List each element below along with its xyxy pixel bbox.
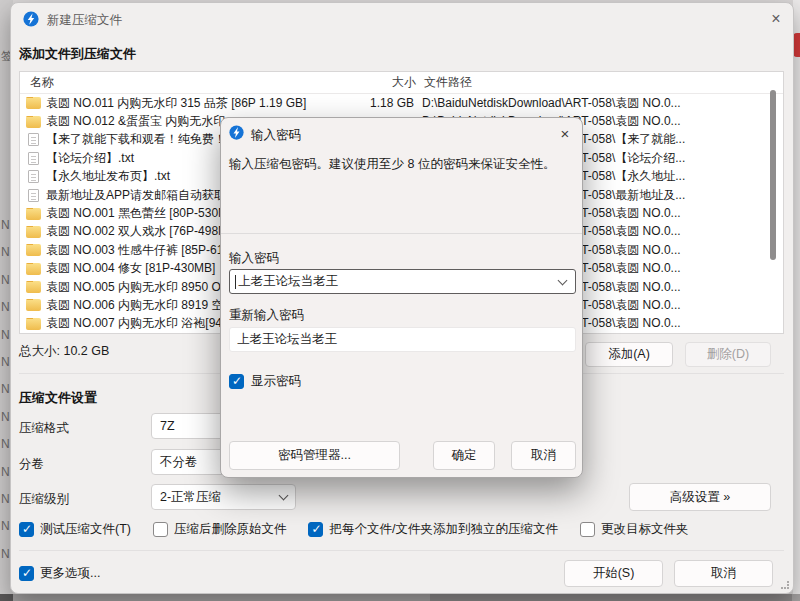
option-checkbox[interactable]: 更改目标文件夹 bbox=[580, 521, 689, 538]
background-text: N bbox=[1, 492, 10, 506]
delete-button[interactable]: 删除(D) bbox=[685, 342, 771, 367]
file-list-header: 名称 大小 文件路径 bbox=[20, 72, 783, 94]
background-text: N bbox=[1, 245, 10, 259]
background-text: N bbox=[1, 547, 10, 561]
nanazip-app-icon bbox=[23, 11, 39, 27]
option-checkbox[interactable]: 把每个文件/文件夹添加到独立的压缩文件 bbox=[308, 521, 557, 538]
option-checkbox[interactable]: 压缩后删除原始文件 bbox=[153, 521, 287, 538]
text-caret bbox=[235, 275, 236, 289]
more-options-checkbox[interactable]: 更多选项... bbox=[19, 565, 100, 582]
close-icon[interactable]: × bbox=[763, 7, 789, 31]
checkbox-icon bbox=[153, 522, 168, 537]
level-label: 压缩级别 bbox=[19, 491, 69, 508]
ok-button[interactable]: 确定 bbox=[433, 441, 495, 470]
confirm-password-label: 重新输入密码 bbox=[229, 307, 304, 324]
table-row[interactable]: 袁圆 NO.011 内购无水印 315 品茶 [86P 1.19 GB] 1.1… bbox=[20, 94, 783, 112]
background-text: N bbox=[1, 328, 10, 342]
background-text: N bbox=[1, 410, 10, 424]
section-add-files: 添加文件到压缩文件 bbox=[19, 45, 136, 63]
background-text: N bbox=[1, 355, 10, 369]
dialog-title-bar[interactable]: 输入密码 × bbox=[221, 118, 582, 148]
title-bar[interactable]: 新建压缩文件 × bbox=[11, 3, 793, 35]
red-peek-icon bbox=[793, 33, 800, 57]
column-path[interactable]: 文件路径 bbox=[424, 74, 783, 91]
format-label: 压缩格式 bbox=[19, 420, 69, 437]
level-select[interactable]: 2-正常压缩 bbox=[151, 484, 296, 510]
divider bbox=[19, 550, 784, 551]
close-icon[interactable]: × bbox=[553, 122, 577, 144]
password-input[interactable]: 上老王论坛当老王 bbox=[229, 269, 576, 294]
total-size-label: 总大小: 10.2 GB bbox=[19, 343, 109, 360]
file-type-icon bbox=[26, 318, 41, 330]
file-type-icon bbox=[28, 189, 39, 202]
background-window-right bbox=[793, 0, 800, 601]
start-button[interactable]: 开始(S) bbox=[564, 560, 663, 587]
file-type-icon bbox=[26, 299, 41, 311]
option-label: 把每个文件/文件夹添加到独立的压缩文件 bbox=[329, 521, 557, 538]
file-type-icon bbox=[26, 97, 41, 109]
advanced-settings-button[interactable]: 高级设置 » bbox=[629, 483, 771, 511]
background-text: N bbox=[1, 300, 10, 314]
add-button[interactable]: 添加(A) bbox=[585, 342, 673, 367]
file-size: 1.18 GB bbox=[348, 96, 414, 110]
file-type-icon bbox=[28, 152, 39, 165]
file-type-icon bbox=[28, 170, 39, 183]
password-label: 输入密码 bbox=[229, 250, 279, 267]
checkbox-icon bbox=[19, 566, 34, 581]
background-window-bottom bbox=[0, 594, 800, 601]
option-label: 压缩后删除原始文件 bbox=[174, 521, 287, 538]
file-type-icon bbox=[26, 226, 41, 238]
background-text: N bbox=[1, 273, 10, 287]
confirm-password-input[interactable] bbox=[229, 327, 576, 352]
column-size[interactable]: 大小 bbox=[350, 74, 416, 91]
divider bbox=[221, 233, 582, 234]
option-label: 更改目标文件夹 bbox=[601, 521, 689, 538]
background-text: N bbox=[1, 465, 10, 479]
file-type-icon bbox=[26, 263, 41, 275]
chevron-down-icon bbox=[279, 491, 289, 501]
file-type-icon bbox=[26, 116, 41, 128]
background-text: N bbox=[1, 382, 10, 396]
cancel-button[interactable]: 取消 bbox=[674, 560, 773, 587]
checkbox-icon bbox=[19, 522, 34, 537]
background-text: N bbox=[1, 519, 10, 533]
nanazip-app-icon bbox=[229, 125, 244, 140]
options-row: 测试压缩文件(T) 压缩后删除原始文件 把每个文件/文件夹添加到独立的压缩文件 … bbox=[19, 521, 781, 538]
window-title: 新建压缩文件 bbox=[47, 12, 122, 29]
background-text: N bbox=[1, 218, 10, 232]
file-name: 袁圆 NO.011 内购无水印 315 品茶 [86P 1.19 GB] bbox=[46, 95, 348, 112]
file-path: D:\BaiduNetdiskDownload\ART-058\袁圆 NO.0.… bbox=[422, 95, 783, 112]
file-type-icon bbox=[26, 208, 41, 220]
option-label: 测试压缩文件(T) bbox=[40, 521, 131, 538]
file-type-icon bbox=[28, 133, 39, 146]
option-checkbox[interactable]: 测试压缩文件(T) bbox=[19, 521, 131, 538]
dialog-cancel-button[interactable]: 取消 bbox=[511, 441, 576, 470]
checkbox-icon bbox=[580, 522, 595, 537]
background-text: N bbox=[1, 437, 10, 451]
dialog-title: 输入密码 bbox=[251, 127, 301, 144]
volume-label: 分卷 bbox=[19, 456, 44, 473]
password-manager-button[interactable]: 密码管理器... bbox=[229, 441, 400, 470]
checkbox-icon bbox=[229, 374, 244, 389]
chevron-down-icon bbox=[558, 275, 568, 285]
file-type-icon bbox=[26, 244, 41, 256]
enter-password-dialog: 输入密码 × 输入压缩包密码。建议使用至少 8 位的密码来保证安全性。 输入密码… bbox=[220, 117, 583, 478]
show-password-label: 显示密码 bbox=[251, 373, 301, 390]
column-name[interactable]: 名称 bbox=[30, 74, 350, 91]
resize-grip-icon[interactable] bbox=[781, 581, 789, 589]
file-type-icon bbox=[26, 281, 41, 293]
more-options-label: 更多选项... bbox=[40, 565, 100, 582]
checkbox-icon bbox=[308, 522, 323, 537]
vertical-scrollbar[interactable] bbox=[770, 90, 776, 260]
section-archive-settings: 压缩文件设置 bbox=[19, 389, 97, 407]
show-password-checkbox[interactable]: 显示密码 bbox=[229, 373, 301, 390]
password-description: 输入压缩包密码。建议使用至少 8 位的密码来保证安全性。 bbox=[229, 156, 573, 173]
